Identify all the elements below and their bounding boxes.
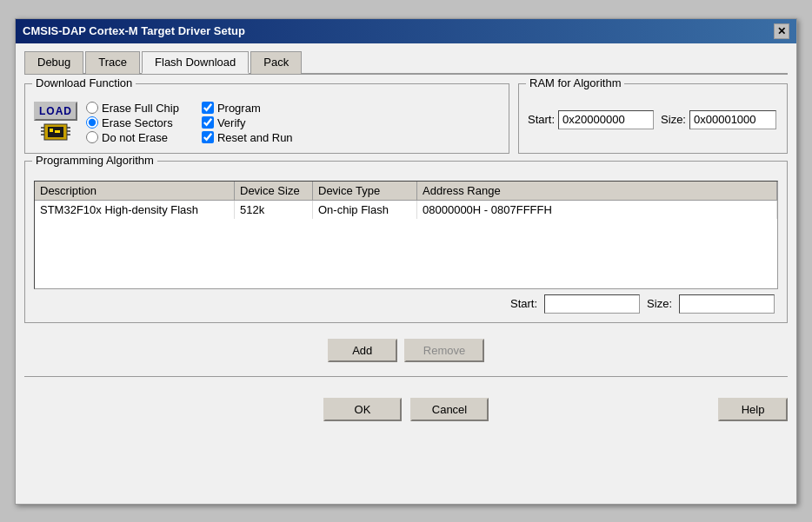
erase-radio-group: Erase Full Chip Erase Sectors Do not Era… [86, 102, 179, 144]
programming-algorithm-label: Programming Algorithm [32, 154, 157, 167]
size-label: Size: [661, 113, 686, 126]
table-header: Description Device Size Device Type Addr… [35, 182, 777, 201]
ram-fields: Start: Size: [528, 110, 778, 129]
col-header-device-size: Device Size [235, 182, 313, 200]
main-window: CMSIS-DAP Cortex-M Target Driver Setup ✕… [15, 18, 797, 505]
start-field-group: Start: [528, 110, 654, 129]
title-bar: CMSIS-DAP Cortex-M Target Driver Setup ✕ [16, 19, 796, 43]
separator [24, 376, 788, 377]
algorithm-table: Description Device Size Device Type Addr… [34, 181, 778, 289]
col-header-address-range: Address Range [417, 182, 777, 200]
cell-device-type: On-chip Flash [313, 201, 417, 219]
programming-algorithm-group: Programming Algorithm Description Device… [24, 161, 788, 323]
tab-debug[interactable]: Debug [24, 51, 83, 74]
algo-size-label: Size: [647, 297, 672, 310]
col-header-description: Description [35, 182, 235, 200]
bottom-buttons: OK Cancel Help [24, 398, 788, 421]
radio-do-not-erase-label: Do not Erase [102, 131, 168, 144]
table-spacer [35, 219, 777, 288]
window-title: CMSIS-DAP Cortex-M Target Driver Setup [23, 24, 245, 37]
close-button[interactable]: ✕ [774, 23, 789, 39]
add-remove-row: Add Remove [24, 339, 788, 362]
add-button[interactable]: Add [328, 339, 397, 362]
cell-description: STM32F10x High-density Flash [35, 201, 235, 219]
chip-icon [39, 122, 72, 142]
tab-trace[interactable]: Trace [85, 51, 140, 74]
content-area: Download Function LOAD [24, 83, 788, 421]
top-row: Download Function LOAD [24, 83, 788, 154]
radio-do-not-erase[interactable]: Do not Erase [86, 131, 179, 144]
ram-for-algorithm-group: RAM for Algorithm Start: Size: [518, 83, 788, 154]
remove-button[interactable]: Remove [404, 339, 484, 362]
col-header-device-type: Device Type [313, 182, 417, 200]
options-checkbox-group: Program Verify Reset and Run [202, 102, 293, 144]
cell-device-size: 512k [235, 201, 313, 219]
ok-button[interactable]: OK [323, 398, 402, 421]
algo-start-input[interactable] [544, 294, 640, 314]
table-row[interactable]: STM32F10x High-density Flash 512k On-chi… [35, 201, 777, 219]
checkbox-verify-label: Verify [217, 116, 246, 129]
radio-erase-sectors[interactable]: Erase Sectors [86, 116, 179, 129]
checkbox-reset-and-run[interactable]: Reset and Run [202, 131, 293, 144]
size-input[interactable] [689, 110, 776, 129]
checkbox-verify-input[interactable] [202, 116, 214, 129]
radio-erase-full-chip-label: Erase Full Chip [102, 102, 179, 115]
radio-erase-full-chip-input[interactable] [86, 102, 98, 114]
tab-flash-download[interactable]: Flash Download [142, 51, 249, 74]
start-label: Start: [528, 113, 555, 126]
size-field-group: Size: [661, 110, 776, 129]
radio-erase-full-chip[interactable]: Erase Full Chip [86, 102, 179, 115]
svg-rect-9 [55, 130, 60, 133]
load-icon: LOAD [34, 100, 77, 143]
window-body: Debug Trace Flash Download Pack Download… [16, 43, 796, 430]
tab-row: Debug Trace Flash Download Pack [24, 50, 788, 75]
checkbox-verify[interactable]: Verify [202, 116, 293, 129]
cell-address-range: 08000000H - 0807FFFFH [417, 201, 777, 219]
start-input[interactable] [558, 110, 654, 129]
checkbox-reset-and-run-label: Reset and Run [217, 131, 293, 144]
checkbox-program[interactable]: Program [202, 102, 293, 115]
download-function-label: Download Function [32, 76, 136, 89]
radio-erase-sectors-input[interactable] [86, 116, 98, 129]
checkbox-program-label: Program [217, 102, 261, 115]
load-text: LOAD [34, 102, 77, 121]
svg-rect-8 [50, 129, 53, 132]
download-function-group: Download Function LOAD [24, 83, 509, 154]
algo-size-input[interactable] [679, 294, 775, 314]
algo-start-label: Start: [510, 297, 537, 310]
tab-pack[interactable]: Pack [250, 51, 302, 74]
ram-algorithm-label: RAM for Algorithm [526, 76, 624, 89]
radio-erase-sectors-label: Erase Sectors [102, 116, 173, 129]
checkbox-program-input[interactable] [202, 102, 214, 114]
checkbox-reset-and-run-input[interactable] [202, 131, 214, 143]
cancel-button[interactable]: Cancel [410, 398, 489, 421]
radio-do-not-erase-input[interactable] [86, 131, 98, 143]
download-inner: LOAD [34, 100, 500, 144]
help-button[interactable]: Help [718, 398, 788, 421]
algo-bottom: Start: Size: [34, 294, 778, 314]
